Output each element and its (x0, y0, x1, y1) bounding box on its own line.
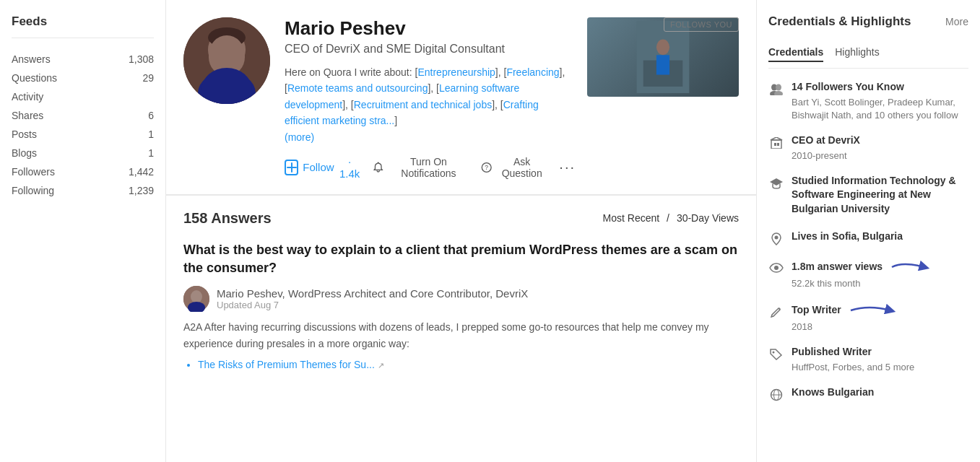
profile-name: Mario Peshev (285, 17, 576, 40)
cred-location: Lives in Sofia, Bulgaria (768, 230, 968, 247)
profile-bio: Here on Quora I write about: [Entreprene… (285, 64, 576, 145)
bio-more-link[interactable]: (more) (285, 131, 314, 143)
arrow-annotation-writer (847, 302, 898, 319)
cred-followers-title: 14 Followers You Know (792, 80, 968, 95)
follow-icon (285, 160, 298, 175)
post-author-avatar (183, 286, 209, 312)
credentials-tabs: Credentials Highlights (768, 46, 968, 69)
answers-count: 158 Answers (183, 210, 272, 227)
sidebar-label-questions: Questions (12, 72, 57, 84)
sidebar-label-posts: Posts (12, 128, 37, 140)
post-date: Updated Aug 7 (217, 300, 528, 310)
notification-label: Turn On Notifications (388, 156, 469, 179)
cred-language-title: Knows Bulgarian (792, 385, 874, 400)
cred-ceo-subtitle: 2010-present (792, 149, 860, 162)
bio-link-remote[interactable]: Remote teams and outsourcing (287, 82, 428, 94)
sidebar-item-activity[interactable]: Activity (12, 87, 154, 106)
notification-button[interactable]: Turn On Notifications (373, 156, 469, 179)
cred-writer-year: 2018 (792, 321, 898, 334)
cred-published-title: Published Writer (792, 345, 914, 359)
cred-views-title: 1.8m answer views (792, 258, 932, 276)
cred-writer-content: Top Writer 2018 (792, 302, 898, 334)
cred-writer-title: Top Writer (792, 302, 898, 319)
sort-options: Most Recent / 30-Day Views (603, 212, 739, 224)
more-button[interactable]: ··· (559, 159, 576, 175)
sort-divider: / (667, 212, 672, 224)
sidebar-item-shares[interactable]: Shares 6 (12, 106, 154, 125)
sidebar-count-answers: 1,308 (129, 53, 154, 65)
post-link-item[interactable]: The Risks of Premium Themes for Su... ↗ (198, 359, 739, 370)
sidebar-item-questions[interactable]: Questions 29 (12, 69, 154, 87)
avatar-image (183, 17, 270, 104)
cred-answer-views: 1.8m answer views 52.2k this month (768, 258, 968, 290)
follow-button[interactable]: Follow · 1.4k (285, 155, 361, 180)
sidebar-count-shares: 6 (148, 110, 154, 121)
sort-secondary[interactable]: 30-Day Views (677, 212, 739, 224)
question-icon: ? (481, 161, 492, 174)
right-sidebar: Credentials & Highlights More Credential… (756, 0, 980, 462)
post-link[interactable]: The Risks of Premium Themes for Su... (198, 359, 375, 370)
sidebar-label-blogs: Blogs (12, 147, 37, 159)
sort-primary[interactable]: Most Recent (603, 212, 660, 224)
cred-followers-you-know: 14 Followers You Know Bart Yi, Scott Bol… (768, 80, 968, 122)
tab-highlights[interactable]: Highlights (835, 46, 879, 62)
sidebar-label-followers: Followers (12, 166, 55, 178)
profile-header: Mario Peshev CEO of DevriX and SME Digit… (166, 0, 756, 195)
tag-icon (768, 346, 784, 362)
follows-you-badge: FOLLOWS YOU (664, 17, 739, 32)
post-author-name[interactable]: Mario Peshev, WordPress Architect and Co… (217, 287, 528, 300)
svg-marker-21 (771, 137, 782, 140)
sidebar-count-following: 1,239 (129, 185, 154, 196)
svg-point-3 (208, 27, 246, 48)
bio-link-recruitment[interactable]: Recruitment and technical jobs (354, 99, 492, 110)
post-title[interactable]: What is the best way to explain to a cli… (183, 241, 739, 277)
svg-point-15 (776, 84, 781, 91)
photo-svg (634, 21, 692, 93)
svg-point-25 (773, 351, 775, 353)
post-author-details: Mario Peshev, WordPress Architect and Co… (217, 287, 528, 310)
sidebar-item-answers[interactable]: Answers 1,308 (12, 50, 154, 69)
credentials-title: Credentials & Highlights (768, 14, 911, 29)
sidebar-label-answers: Answers (12, 53, 51, 65)
bio-link-freelancing[interactable]: Freelancing (506, 66, 559, 78)
svg-point-12 (191, 290, 202, 303)
credentials-more-link[interactable]: More (945, 16, 968, 27)
sidebar-item-following[interactable]: Following 1,239 (12, 181, 154, 200)
follow-count: · 1.4k (339, 155, 361, 180)
svg-point-2 (212, 52, 241, 72)
tab-credentials[interactable]: Credentials (768, 46, 823, 62)
bio-link-entrepreneurship[interactable]: Entrepreneurship (417, 66, 495, 78)
cred-language: Knows Bulgarian (768, 385, 968, 403)
sidebar-count-posts: 1 (148, 128, 154, 140)
svg-point-23 (775, 235, 779, 239)
arrow-annotation-views (888, 258, 932, 276)
sidebar-item-blogs[interactable]: Blogs 1 (12, 144, 154, 162)
globe-icon (768, 387, 784, 403)
sidebar-item-followers[interactable]: Followers 1,442 (12, 162, 154, 181)
cred-published-writer: Published Writer HuffPost, Forbes, and 5… (768, 345, 968, 374)
sidebar-count-followers: 1,442 (129, 166, 154, 178)
svg-text:?: ? (485, 164, 488, 171)
people-icon (768, 82, 784, 97)
location-icon (768, 231, 784, 247)
sidebar-item-posts[interactable]: Posts 1 (12, 125, 154, 144)
post-excerpt: A2A After having recurring discussions w… (183, 319, 739, 352)
cred-location-title: Lives in Sofia, Bulgaria (792, 230, 903, 244)
content-area: 158 Answers Most Recent / 30-Day Views W… (166, 196, 756, 388)
post-item: What is the best way to explain to a cli… (183, 241, 739, 370)
sidebar-count-blogs: 1 (148, 147, 154, 159)
cred-education: Studied Information Technology & Softwar… (768, 174, 968, 218)
graduation-icon (768, 175, 784, 191)
follow-label: Follow (303, 161, 334, 173)
external-link-icon: ↗ (378, 361, 384, 370)
sidebar-nav: Answers 1,308 Questions 29 Activity Shar… (12, 50, 154, 200)
svg-rect-20 (777, 143, 779, 146)
post-author-row: Mario Peshev, WordPress Architect and Co… (183, 286, 739, 312)
cred-published-subtitle: HuffPost, Forbes, and 5 more (792, 361, 914, 374)
sidebar-label-following: Following (12, 185, 54, 196)
more-dots: ··· (559, 159, 576, 175)
cred-location-content: Lives in Sofia, Bulgaria (792, 230, 903, 245)
profile-subtitle: CEO of DevriX and SME Digital Consultant (285, 43, 576, 56)
avatar (183, 17, 270, 104)
ask-question-button[interactable]: ? Ask Question (481, 156, 548, 179)
